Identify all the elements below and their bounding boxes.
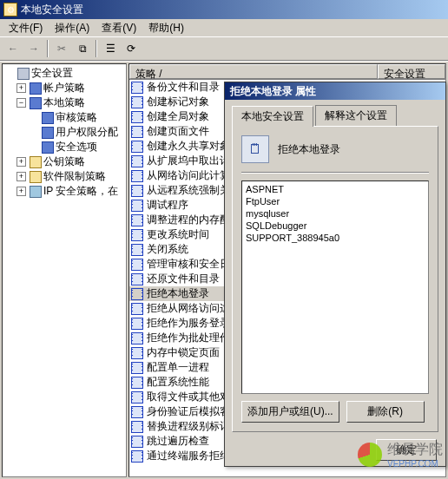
- menu-file[interactable]: 文件(F): [3, 19, 48, 37]
- menu-action[interactable]: 操作(A): [49, 19, 95, 37]
- ok-button[interactable]: 确定: [376, 439, 437, 461]
- refresh-button[interactable]: ⟳: [122, 39, 141, 58]
- nav-back-button: ←: [3, 39, 23, 58]
- toolbar-separator: [96, 40, 97, 57]
- expander-plus-icon[interactable]: +: [16, 187, 26, 196]
- policy-item-icon: ⋮⋮: [131, 288, 143, 300]
- tree-label: 审核策略: [56, 110, 97, 125]
- policy-item-label: 替换进程级别标记: [147, 419, 230, 434]
- copy-button[interactable]: ⧉: [73, 39, 92, 58]
- policy-item-label: 创建永久共享对象: [147, 139, 230, 154]
- dialog-tabs: 本地安全设置 解释这个设置: [232, 105, 438, 126]
- divider: [241, 172, 429, 174]
- policy-item-label: 拒绝作为服务登录: [147, 316, 230, 331]
- tree-account-policy[interactable]: + 帐户策略: [16, 81, 124, 95]
- expander-plus-icon[interactable]: +: [16, 157, 26, 167]
- policy-item-label: 更改系统时间: [147, 227, 209, 242]
- menubar: 文件(F) 操作(A) 查看(V) 帮助(H): [0, 19, 448, 36]
- policy-item-label: 创建标记对象: [147, 95, 209, 109]
- dialog-button-row: 添加用户或组(U)... 删除(R): [241, 401, 429, 423]
- policy-item-icon: ⋮⋮: [131, 391, 143, 404]
- book-icon: [42, 112, 54, 124]
- menu-help[interactable]: 帮助(H): [143, 19, 189, 37]
- book-icon: [42, 127, 54, 139]
- expander-blank: [29, 113, 38, 122]
- policy-item-icon: ⋮⋮: [131, 96, 143, 108]
- expander-plus-icon[interactable]: +: [16, 83, 26, 93]
- policy-item-icon: ⋮⋮: [131, 303, 143, 315]
- policy-item-icon: ⋮⋮: [131, 229, 143, 241]
- policy-item-icon: ⋮⋮: [131, 318, 143, 330]
- tree-label: 帐户策略: [43, 81, 85, 95]
- dialog-tab-page: 🗒 拒绝本地登录 ASPNETFtpUsermysqluserSQLDebugg…: [232, 126, 438, 432]
- policy-item-label: 拒绝本地登录: [147, 286, 209, 301]
- user-list-item[interactable]: mysqluser: [246, 207, 425, 220]
- policy-item-label: 调试程序: [147, 198, 188, 213]
- user-list-item[interactable]: ASPNET: [246, 183, 425, 195]
- policy-item-icon: ⋮⋮: [131, 141, 143, 153]
- book-icon: [30, 82, 42, 95]
- expander-plus-icon[interactable]: +: [16, 172, 26, 181]
- app-icon: ⚙: [3, 3, 17, 16]
- tree-ip-security[interactable]: + IP 安全策略，在: [16, 184, 124, 199]
- tree-pane[interactable]: 安全设置 + 帐户策略 − 本地策略: [2, 63, 127, 477]
- col-policy[interactable]: 策略 /: [129, 64, 378, 79]
- remove-button[interactable]: 删除(R): [346, 401, 425, 423]
- policy-item-icon: ⋮⋮: [131, 111, 143, 123]
- policy-item-icon: ⋮⋮: [131, 200, 143, 212]
- tree-public-key[interactable]: + 公钥策略: [16, 154, 124, 169]
- tree-audit-policy[interactable]: 审核策略: [29, 110, 124, 125]
- tree-root[interactable]: 安全设置: [4, 66, 124, 81]
- props-button[interactable]: ☰: [101, 39, 120, 58]
- tree-security-options[interactable]: 安全选项: [29, 140, 124, 154]
- add-user-button[interactable]: 添加用户或组(U)...: [241, 401, 339, 423]
- tree-label: 公钥策略: [43, 154, 85, 169]
- tree-local-policy[interactable]: − 本地策略: [16, 95, 124, 110]
- policy-item-icon: ⋮⋮: [131, 377, 143, 389]
- tree-label: 本地策略: [43, 95, 85, 110]
- tree-label: 安全选项: [56, 140, 97, 154]
- window-titlebar: ⚙ 本地安全设置: [0, 0, 448, 19]
- tab-explain-setting[interactable]: 解释这个设置: [315, 105, 397, 126]
- policy-item-label: 配置单一进程: [147, 360, 209, 375]
- security-root-icon: [17, 68, 30, 80]
- tree-label: 用户权限分配: [56, 125, 118, 140]
- dialog-footer: 确定: [225, 439, 445, 466]
- policy-icon: 🗒: [241, 135, 269, 163]
- policy-name: 拒绝本地登录: [278, 142, 340, 157]
- policy-item-icon: ⋮⋮: [131, 436, 143, 448]
- policy-item-icon: ⋮⋮: [131, 273, 143, 285]
- policy-item-label: 创建全局对象: [147, 109, 209, 124]
- expander-blank: [29, 142, 38, 152]
- expander-minus-icon[interactable]: −: [16, 98, 26, 108]
- policy-item-icon: ⋮⋮: [131, 259, 143, 271]
- user-list-item[interactable]: FtpUser: [246, 195, 425, 207]
- policy-item-icon: ⋮⋮: [131, 82, 143, 94]
- dialog-title: 拒绝本地登录 属性: [230, 84, 316, 99]
- user-list-item[interactable]: SQLDebugger: [246, 220, 425, 232]
- policy-item-icon: ⋮⋮: [131, 214, 143, 226]
- tree-software-restrict[interactable]: + 软件限制策略: [16, 169, 124, 184]
- user-list-item[interactable]: SUPPORT_388945a0: [246, 232, 425, 244]
- properties-dialog: 拒绝本地登录 属性 本地安全设置 解释这个设置 🗒 拒绝本地登录 ASPNETF…: [224, 82, 446, 467]
- policy-item-icon: ⋮⋮: [131, 347, 143, 359]
- policy-item-icon: ⋮⋮: [131, 155, 143, 167]
- tree-user-rights[interactable]: 用户权限分配: [29, 125, 124, 140]
- window-title: 本地安全设置: [21, 3, 83, 17]
- expander-blank: [4, 69, 14, 78]
- folder-closed-icon: [30, 156, 42, 168]
- user-list[interactable]: ASPNETFtpUsermysqluserSQLDebuggerSUPPORT…: [241, 180, 429, 394]
- policy-item-icon: ⋮⋮: [131, 450, 143, 463]
- list-header: 策略 / 安全设置: [129, 64, 445, 80]
- policy-item-icon: ⋮⋮: [131, 185, 143, 197]
- tab-local-setting[interactable]: 本地安全设置: [232, 106, 313, 127]
- policy-item-label: 创建页面文件: [147, 124, 209, 139]
- expander-blank: [29, 128, 38, 137]
- policy-item-label: 内存中锁定页面: [147, 345, 220, 360]
- policy-item-label: 还原文件和目录: [147, 272, 220, 286]
- policy-item-icon: ⋮⋮: [131, 126, 143, 138]
- network-icon: [30, 186, 42, 198]
- policy-item-icon: ⋮⋮: [131, 244, 143, 256]
- menu-view[interactable]: 查看(V): [96, 19, 142, 37]
- col-security-setting[interactable]: 安全设置: [378, 64, 445, 79]
